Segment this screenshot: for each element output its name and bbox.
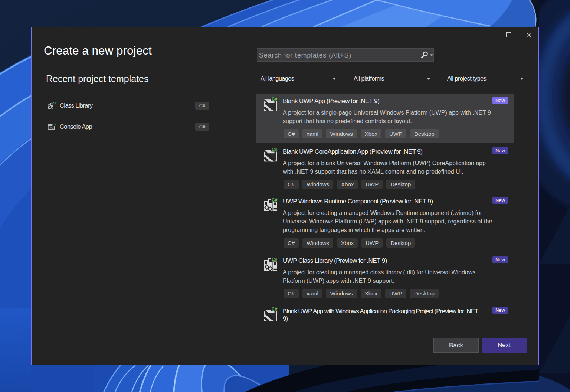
svg-text:C#: C#: [272, 197, 278, 203]
svg-text:C#: C#: [272, 307, 278, 312]
svg-text:C#: C#: [52, 102, 56, 105]
svg-text:C#: C#: [272, 97, 278, 102]
svg-text:C#: C#: [272, 257, 278, 262]
svg-text:C:\_: C:\_: [49, 127, 53, 129]
svg-text:C#: C#: [52, 123, 56, 126]
svg-text:C#: C#: [272, 147, 278, 152]
